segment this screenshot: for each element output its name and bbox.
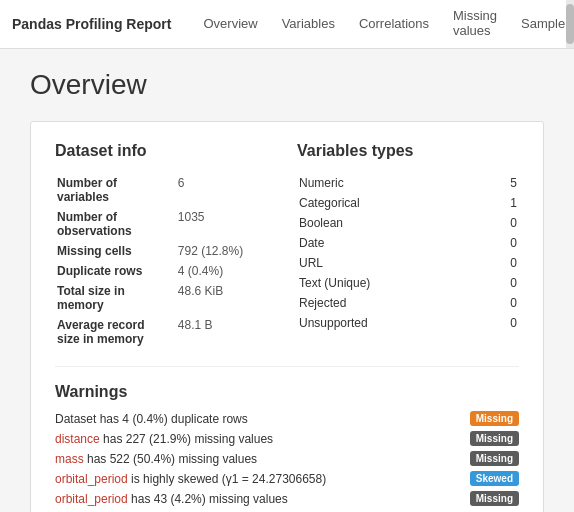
variables-types-table: Numeric 5 Categorical 1 Boolean 0 Date 0… (297, 172, 519, 334)
var-type-value: 0 (498, 294, 517, 312)
nav-item-overview[interactable]: Overview (191, 0, 269, 49)
var-type-label: Text (Unique) (299, 274, 496, 292)
warning-item: orbital_period has 43 (4.2%) missing val… (55, 491, 519, 506)
info-label: Missing cells (57, 242, 176, 260)
warning-text: mass has 522 (50.4%) missing values (55, 452, 462, 466)
scrollbar-thumb[interactable] (566, 4, 574, 44)
overview-card: Dataset info Number of variables 6 Numbe… (30, 121, 544, 512)
var-type-label: Boolean (299, 214, 496, 232)
table-row: Number of observations 1035 (57, 208, 275, 240)
var-type-value: 0 (498, 254, 517, 272)
warnings-title: Warnings (55, 383, 519, 401)
var-type-label: Date (299, 234, 496, 252)
table-row: Total size in memory 48.6 KiB (57, 282, 275, 314)
var-type-value: 5 (498, 174, 517, 192)
warning-badge: Missing (470, 491, 519, 506)
scrollbar-track[interactable] (566, 0, 574, 48)
var-type-value: 0 (498, 314, 517, 332)
info-label: Number of observations (57, 208, 176, 240)
var-type-label: Rejected (299, 294, 496, 312)
dataset-info-col: Dataset info Number of variables 6 Numbe… (55, 142, 277, 350)
dataset-info-table: Number of variables 6 Number of observat… (55, 172, 277, 350)
table-row: URL 0 (299, 254, 517, 272)
warning-var-name: orbital_period (55, 472, 128, 486)
warning-var-name: orbital_period (55, 492, 128, 506)
warning-item: mass has 522 (50.4%) missing valuesMissi… (55, 451, 519, 466)
table-row: Date 0 (299, 234, 517, 252)
var-type-value: 0 (498, 214, 517, 232)
table-row: Text (Unique) 0 (299, 274, 517, 292)
info-label: Average record size in memory (57, 316, 176, 348)
info-value: 48.6 KiB (178, 282, 275, 314)
warning-var-name: mass (55, 452, 84, 466)
warning-item: orbital_period is highly skewed (γ1 = 24… (55, 471, 519, 486)
warning-item: Dataset has 4 (0.4%) duplicate rowsMissi… (55, 411, 519, 426)
warning-text: distance has 227 (21.9%) missing values (55, 432, 462, 446)
info-label: Number of variables (57, 174, 176, 206)
card-columns: Dataset info Number of variables 6 Numbe… (55, 142, 519, 350)
info-value: 6 (178, 174, 275, 206)
nav-item-sample[interactable]: Sample (509, 0, 574, 49)
warning-var-name: distance (55, 432, 100, 446)
var-type-label: Unsupported (299, 314, 496, 332)
warning-text: Dataset has 4 (0.4%) duplicate rows (55, 412, 462, 426)
warning-text: orbital_period is highly skewed (γ1 = 24… (55, 472, 462, 486)
warning-text: orbital_period has 43 (4.2%) missing val… (55, 492, 462, 506)
warning-item: distance has 227 (21.9%) missing valuesM… (55, 431, 519, 446)
warning-badge: Missing (470, 451, 519, 466)
page-title: Overview (30, 69, 544, 101)
var-type-value: 0 (498, 234, 517, 252)
navbar-nav: Overview Variables Correlations Missing … (191, 0, 574, 49)
nav-item-correlations[interactable]: Correlations (347, 0, 441, 49)
var-type-value: 1 (498, 194, 517, 212)
table-row: Average record size in memory 48.1 B (57, 316, 275, 348)
table-row: Missing cells 792 (12.8%) (57, 242, 275, 260)
dataset-info-title: Dataset info (55, 142, 277, 160)
var-type-label: URL (299, 254, 496, 272)
info-value: 1035 (178, 208, 275, 240)
variables-types-col: Variables types Numeric 5 Categorical 1 … (297, 142, 519, 350)
card-divider (55, 366, 519, 367)
table-row: Duplicate rows 4 (0.4%) (57, 262, 275, 280)
variables-types-title: Variables types (297, 142, 519, 160)
table-row: Categorical 1 (299, 194, 517, 212)
info-value: 792 (12.8%) (178, 242, 275, 260)
warnings-list: Dataset has 4 (0.4%) duplicate rowsMissi… (55, 411, 519, 506)
table-row: Number of variables 6 (57, 174, 275, 206)
var-type-label: Categorical (299, 194, 496, 212)
table-row: Boolean 0 (299, 214, 517, 232)
navbar-brand: Pandas Profiling Report (12, 16, 171, 32)
nav-item-variables[interactable]: Variables (270, 0, 347, 49)
navbar: Pandas Profiling Report Overview Variabl… (0, 0, 574, 49)
nav-item-missing-values[interactable]: Missing values (441, 0, 509, 49)
table-row: Numeric 5 (299, 174, 517, 192)
table-row: Rejected 0 (299, 294, 517, 312)
info-label: Total size in memory (57, 282, 176, 314)
warning-badge: Skewed (470, 471, 519, 486)
info-value: 48.1 B (178, 316, 275, 348)
warning-badge: Missing (470, 411, 519, 426)
warnings-section: Warnings Dataset has 4 (0.4%) duplicate … (55, 383, 519, 506)
var-type-value: 0 (498, 274, 517, 292)
info-value: 4 (0.4%) (178, 262, 275, 280)
table-row: Unsupported 0 (299, 314, 517, 332)
var-type-label: Numeric (299, 174, 496, 192)
info-label: Duplicate rows (57, 262, 176, 280)
warning-badge: Missing (470, 431, 519, 446)
main-content: Overview Dataset info Number of variable… (0, 49, 574, 512)
